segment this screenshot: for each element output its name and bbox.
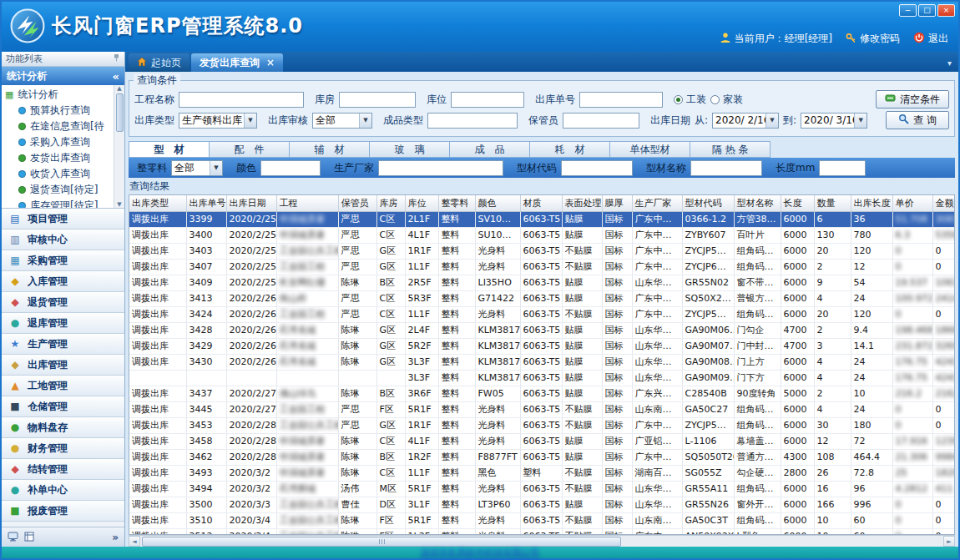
table-row[interactable]: 3L3F整料KLM38176063-T5贴膜国标山东华…GA90M09…门下方6… xyxy=(129,370,955,386)
column-header[interactable]: 出库日期 xyxy=(226,195,276,211)
scroll-up-icon[interactable]: ▲ xyxy=(117,85,121,92)
column-header[interactable]: 型材名称 xyxy=(734,195,781,211)
table-row[interactable]: 调拨出库35002020/3/3工业园公共工程曹佳D区3L1F整料LT3P606… xyxy=(129,497,955,512)
status-link[interactable]: 深圳市长风软件科技有限公司 xyxy=(421,547,540,558)
keeper-input[interactable] xyxy=(563,113,639,129)
table-row[interactable]: 调拨出库34092020/2/25长安网红楼陈琳B区2R5F整料LI35HO60… xyxy=(129,275,955,290)
tree-item[interactable]: 预算执行查询 xyxy=(5,103,114,119)
sidebar-item-supplement[interactable]: ●补单中心 xyxy=(2,480,124,501)
horizontal-scrollbar[interactable]: ◄ ► xyxy=(129,535,955,547)
column-header[interactable]: 单价 xyxy=(892,195,932,211)
material-tab-single-profile[interactable]: 单体型材 xyxy=(609,141,690,158)
tab-shipping-outbound-query[interactable]: 发货出库查询× xyxy=(191,53,283,72)
radio-home-decor[interactable]: 家装 xyxy=(710,93,743,107)
product-type-input[interactable] xyxy=(427,113,518,129)
column-header[interactable]: 颜色 xyxy=(475,195,520,211)
table-row[interactable]: 调拨出库34242020/2/26工业园工程严思C区1L1F整料光身料6063-… xyxy=(129,306,955,322)
material-tab-consumable[interactable]: 耗 材 xyxy=(529,141,610,158)
tree-item[interactable]: 发货出库查询 xyxy=(5,150,114,166)
material-tab-finished[interactable]: 成 品 xyxy=(449,141,530,158)
column-header[interactable]: 材质 xyxy=(520,195,562,211)
tree-item[interactable]: 库存管理[待定] xyxy=(5,198,114,208)
tree-scrollbar[interactable]: ▲ ▼ xyxy=(114,85,124,208)
scroll-right-icon[interactable]: ► xyxy=(943,536,955,547)
collapse-icon[interactable]: « xyxy=(113,70,119,83)
table-row[interactable]: 调拨出库34072020/2/25工业园工程严思G区1L1F整料光身料6063-… xyxy=(129,259,955,275)
table-row[interactable]: 调拨出库34582020/2/28华润城原著陈琳C区4L1F整料光身料6063-… xyxy=(129,433,955,449)
tab-close-icon[interactable]: × xyxy=(266,57,275,68)
tab-list-caret-icon[interactable]: ▾ xyxy=(947,58,952,68)
sidebar-item-scrap[interactable]: ■报废管理 xyxy=(2,501,124,522)
sidebar-item-inventory[interactable]: ●物料盘存 xyxy=(2,417,124,438)
length-input[interactable] xyxy=(819,160,866,176)
material-tab-accessory[interactable]: 配 件 xyxy=(209,141,290,158)
column-header[interactable]: 出库类型 xyxy=(129,195,186,211)
out-type-select[interactable]: 生产领料出库 ▼ xyxy=(179,113,257,129)
column-header[interactable]: 整零料 xyxy=(438,195,475,211)
profile-name-input[interactable] xyxy=(690,160,762,176)
sidebar-item-purchase[interactable]: ▦采购管理 xyxy=(2,250,124,271)
tree-scroll-thumb[interactable] xyxy=(116,93,124,132)
logout-button[interactable]: 退出 xyxy=(913,32,948,46)
tree-item[interactable]: 在途信息查询[待 xyxy=(5,119,114,134)
expand-icon[interactable]: » xyxy=(112,532,119,543)
table-row[interactable]: 调拨出库34372020/2/27佛山绿岛陈琳B区3R6F整料FW056063-… xyxy=(129,386,955,401)
close-button[interactable]: × xyxy=(937,4,955,17)
sidebar-item-site[interactable]: ▲工地管理 xyxy=(2,376,124,396)
warehouse-input[interactable] xyxy=(339,92,416,108)
column-header[interactable]: 保管员 xyxy=(338,195,376,211)
material-tab-profile[interactable]: 型 材 xyxy=(129,141,210,158)
column-header[interactable]: 型材代码 xyxy=(682,195,734,211)
tab-home[interactable]: 起始页 xyxy=(129,53,189,72)
project-name-input[interactable] xyxy=(179,92,304,108)
column-header[interactable]: 表面处理 xyxy=(562,195,602,211)
sidebar-item-outbound[interactable]: ◆出库管理 xyxy=(2,355,124,376)
hscroll-thumb[interactable] xyxy=(142,537,621,547)
search-button[interactable]: 查 询 xyxy=(886,111,949,129)
table-row[interactable]: 调拨出库34532020/2/28工业园公共工程严思G区1R1F整料光身料606… xyxy=(129,417,955,433)
sidebar-item-storage[interactable]: ■仓储管理 xyxy=(2,396,124,417)
table-row[interactable]: 调拨出库35102020/3/4工业园公共工程陈琳F区5R1F整料光身料6063… xyxy=(129,512,955,528)
column-header[interactable]: 库房 xyxy=(376,195,405,211)
column-header[interactable]: 数量 xyxy=(814,195,851,211)
table-row[interactable]: 调拨出库34622020/2/28华润城原著陈琳B区1R2F整料F8877FT6… xyxy=(129,449,955,465)
table-row[interactable]: 调拨出库34932020/3/2华润城原著陈琳C区1L1F整料黑色塑料不贴膜国标… xyxy=(129,465,955,481)
profile-code-input[interactable] xyxy=(561,160,633,176)
table-row[interactable]: 调拨出库33992020/2/25华润城原著严思C区2L1F整料SV10…606… xyxy=(129,211,955,227)
whole-scrap-select[interactable]: 全部 ▼ xyxy=(171,160,223,176)
grid-icon[interactable] xyxy=(24,529,34,545)
sidebar-item-return-goods[interactable]: ◆退货管理 xyxy=(2,292,124,313)
sidebar-item-production[interactable]: ★生产管理 xyxy=(2,334,124,355)
color-input[interactable] xyxy=(260,160,321,176)
sidebar-item-finance[interactable]: ●财务管理 xyxy=(2,438,124,459)
column-header[interactable]: 库位 xyxy=(405,195,438,211)
table-row[interactable]: 调拨出库34302020/2/26石湾名城陈琳G区3L3F整料KLM381760… xyxy=(129,354,955,370)
section-header-statistics[interactable]: 统计分析 « xyxy=(2,67,124,85)
tree-item[interactable]: 采购入库查询 xyxy=(5,134,114,150)
tree-root[interactable]: ▦统计分析 xyxy=(5,87,114,103)
column-header[interactable]: 出库单号 xyxy=(186,195,226,211)
sidebar-item-carryover[interactable]: ◆结转管理 xyxy=(2,459,124,480)
column-header[interactable]: 长度 xyxy=(781,195,814,211)
material-tab-insulation[interactable]: 隔 热 条 xyxy=(690,141,771,158)
date-from-select[interactable]: 2020/ 2/16 ▼ xyxy=(712,113,779,129)
material-tab-glass[interactable]: 玻 璃 xyxy=(369,141,450,158)
audit-select[interactable]: 全部 ▼ xyxy=(312,113,372,129)
table-row[interactable]: 调拨出库34452020/2/27工业园工程严思F区5R1F整料光身料6063-… xyxy=(129,401,955,417)
sidebar-item-inbound[interactable]: ◆入库管理 xyxy=(2,271,124,292)
table-row[interactable]: 调拨出库34132020/2/26南山府严思C区5R3F整料G714226063… xyxy=(129,290,955,306)
sidebar-item-project[interactable]: ▤项目管理 xyxy=(2,209,124,230)
clear-conditions-button[interactable]: 清空条件 xyxy=(876,90,949,108)
minimize-button[interactable]: − xyxy=(899,4,917,17)
column-header[interactable]: 出库长度 xyxy=(851,195,892,211)
column-header[interactable]: 工程 xyxy=(276,195,338,211)
column-header[interactable]: 生产厂家 xyxy=(632,195,682,211)
maximize-button[interactable]: □ xyxy=(918,4,936,17)
table-row[interactable]: 调拨出库34282020/2/26石湾名城陈琳G区2L4F整料KLM381760… xyxy=(129,322,955,338)
pin-icon[interactable] xyxy=(113,53,120,64)
scroll-left-icon[interactable]: ◄ xyxy=(129,536,140,547)
table-row[interactable]: 调拨出库34942020/3/2石湾辉城汤伟M区5R1F整料光身料6063-T5… xyxy=(129,481,955,497)
order-no-input[interactable] xyxy=(579,92,663,108)
manufacturer-input[interactable] xyxy=(378,160,503,176)
computer-icon[interactable] xyxy=(8,529,18,545)
